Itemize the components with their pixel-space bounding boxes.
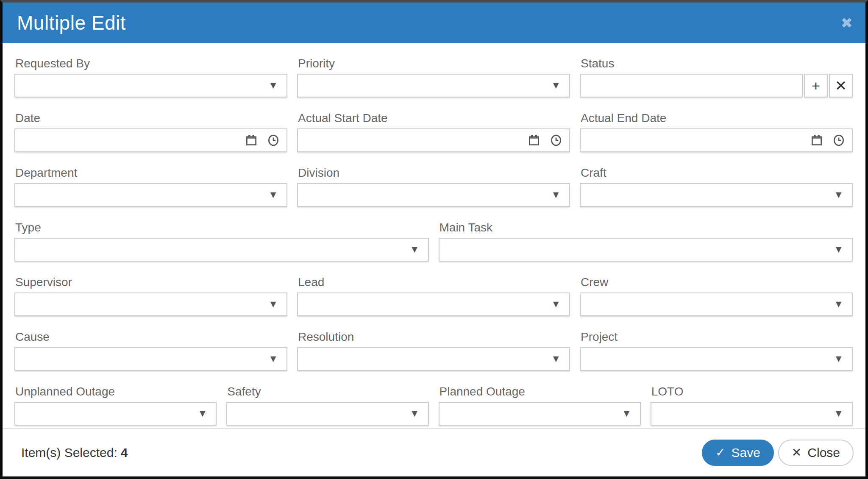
dialog-footer: Item(s) Selected:4 ✓ Save ✕ Close [3,428,865,476]
supervisor-label: Supervisor [15,276,287,289]
chevron-down-icon: ▼ [551,299,561,309]
supervisor-dropdown[interactable]: ▼ [14,292,287,316]
type-label: Type [15,221,429,234]
unplanned-outage-label: Unplanned Outage [15,385,217,398]
safety-dropdown[interactable]: ▼ [226,402,428,426]
loto-dropdown[interactable]: ▼ [651,402,853,426]
cause-label: Cause [15,330,287,344]
resolution-dropdown[interactable]: ▼ [297,347,570,371]
chevron-down-icon: ▼ [551,81,561,90]
items-selected-text: Item(s) Selected:4 [21,446,128,460]
requested-by-dropdown[interactable]: ▼ [14,74,287,97]
chevron-down-icon: ▼ [410,409,420,418]
field-lead: Lead ▼ [297,276,570,316]
resolution-label: Resolution [298,330,570,344]
department-dropdown[interactable]: ▼ [14,183,287,207]
cause-dropdown[interactable]: ▼ [14,347,287,371]
division-dropdown[interactable]: ▼ [297,183,570,207]
craft-dropdown[interactable]: ▼ [580,183,853,207]
crew-label: Crew [581,276,853,289]
check-icon: ✓ [715,447,725,459]
field-division: Division ▼ [297,166,570,207]
chevron-down-icon: ▼ [622,409,632,418]
field-priority: Priority ▼ [297,57,570,97]
items-selected-label: Item(s) Selected: [21,446,117,460]
close-icon: ✕ [792,447,801,459]
date-input[interactable] [14,128,287,152]
field-main-task: Main Task ▼ [439,221,853,262]
chevron-down-icon: ▼ [268,354,278,364]
chevron-down-icon: ▼ [834,299,843,309]
status-add-button[interactable]: + [804,74,828,97]
field-planned-outage: Planned Outage ▼ [439,385,641,426]
items-selected-count: 4 [121,446,128,460]
status-clear-button[interactable]: ✕ [829,74,853,97]
priority-dropdown[interactable]: ▼ [297,74,570,97]
field-actual-end-date: Actual End Date [580,111,853,152]
safety-label: Safety [227,385,428,398]
calendar-icon[interactable] [245,134,258,147]
field-crew: Crew ▼ [580,276,853,316]
dialog-body: Requested By ▼ Priority ▼ Status + ✕ [3,43,865,428]
type-dropdown[interactable]: ▼ [14,238,429,262]
actual-end-date-input[interactable] [580,128,853,152]
close-icon[interactable]: ✖ [841,16,853,30]
chevron-down-icon: ▼ [268,190,278,200]
project-dropdown[interactable]: ▼ [580,347,853,371]
actual-start-date-input[interactable] [297,128,570,152]
lead-label: Lead [298,276,570,289]
priority-label: Priority [298,57,570,70]
close-button-label: Close [807,446,840,459]
craft-label: Craft [581,166,853,180]
chevron-down-icon: ▼ [268,299,278,309]
actual-start-date-label: Actual Start Date [298,111,570,125]
unplanned-outage-dropdown[interactable]: ▼ [14,402,217,426]
field-unplanned-outage: Unplanned Outage ▼ [14,385,217,426]
status-input[interactable] [580,74,803,97]
plus-icon: + [812,78,820,93]
main-task-label: Main Task [440,221,853,234]
date-label: Date [15,111,287,125]
chevron-down-icon: ▼ [268,81,278,90]
clock-icon[interactable] [267,134,280,147]
planned-outage-label: Planned Outage [440,385,641,398]
chevron-down-icon: ▼ [834,245,843,254]
field-date: Date [14,111,287,152]
requested-by-label: Requested By [15,57,287,70]
clock-icon[interactable] [832,134,845,147]
planned-outage-dropdown[interactable]: ▼ [439,402,641,426]
field-supervisor: Supervisor ▼ [14,276,287,316]
crew-dropdown[interactable]: ▼ [580,292,853,316]
loto-label: LOTO [651,385,853,398]
clear-icon: ✕ [835,78,847,93]
status-label: Status [581,57,853,70]
field-department: Department ▼ [14,166,287,207]
field-actual-start-date: Actual Start Date [297,111,570,152]
actual-end-date-label: Actual End Date [581,111,853,125]
clock-icon[interactable] [550,134,562,147]
project-label: Project [581,330,853,344]
field-type: Type ▼ [14,221,429,262]
dialog-header: Multiple Edit ✖ [3,3,865,43]
main-task-dropdown[interactable]: ▼ [439,238,853,262]
field-resolution: Resolution ▼ [297,330,570,371]
field-requested-by: Requested By ▼ [14,57,287,97]
calendar-icon[interactable] [528,134,540,147]
field-cause: Cause ▼ [14,330,287,371]
division-label: Division [298,166,570,180]
save-button[interactable]: ✓ Save [702,440,774,466]
field-safety: Safety ▼ [226,385,428,426]
field-loto: LOTO ▼ [651,385,853,426]
lead-dropdown[interactable]: ▼ [297,292,570,316]
field-status: Status + ✕ [580,57,853,97]
field-craft: Craft ▼ [580,166,853,207]
chevron-down-icon: ▼ [834,409,843,418]
chevron-down-icon: ▼ [834,190,843,200]
chevron-down-icon: ▼ [834,354,843,364]
close-button[interactable]: ✕ Close [778,440,854,466]
chevron-down-icon: ▼ [551,354,561,364]
department-label: Department [15,166,287,180]
multiple-edit-dialog: Multiple Edit ✖ Requested By ▼ Priority … [0,0,868,479]
dialog-title: Multiple Edit [17,11,126,34]
calendar-icon[interactable] [810,134,823,147]
